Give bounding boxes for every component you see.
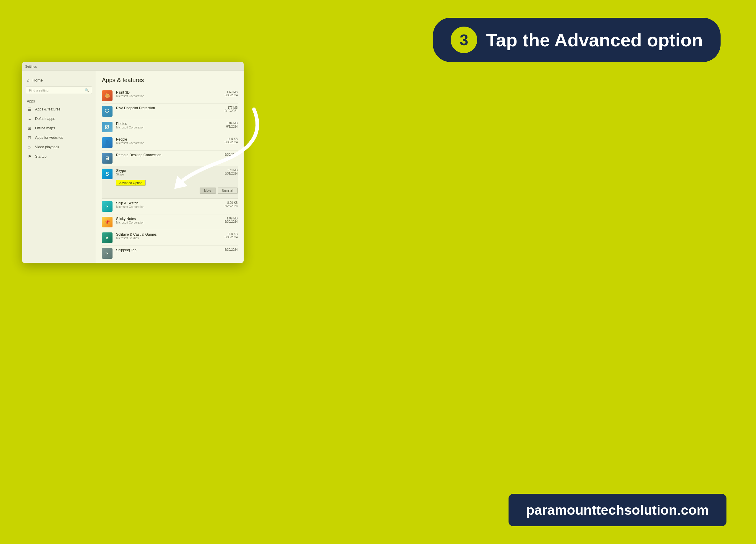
list-item: ✂ Snip & Sketch Microsoft Corporation 8.… [102,199,238,214]
snip-icon: ✂ [102,201,113,212]
sticky-icon: 📌 [102,217,113,227]
list-item: ♠ Solitaire & Casual Games Microsoft Stu… [102,230,238,246]
search-placeholder: Find a setting [29,89,48,92]
skype-icon: S [102,169,113,179]
list-item: 📌 Sticky Notes Microsoft Corporation 1.0… [102,214,238,230]
paint3d-icon: 🎨 [102,90,113,101]
sidebar-item-apps-for-websites[interactable]: ⊡ Apps for websites [22,133,96,142]
apps-features-icon: ☰ [27,107,32,112]
apps-for-websites-icon: ⊡ [27,135,32,140]
step-title: Tap the Advanced option [486,30,703,51]
list-item: ✂ Snipping Tool 5/30/2024 [102,246,238,261]
apps-for-websites-label: Apps for websites [35,136,63,140]
step-number: 3 [451,27,477,53]
offline-maps-label: Offline maps [35,126,55,130]
video-playback-icon: ▷ [27,145,32,149]
rdp-icon: 🖥 [102,153,113,164]
main-title: Apps & features [102,77,238,84]
sidebar-item-startup[interactable]: ⚑ Startup [22,152,96,161]
paint3d-info: Paint 3D Microsoft Corporation [116,90,217,98]
snip-info: Snip & Sketch Microsoft Corporation [116,201,217,209]
advance-option-button[interactable]: Advance Option [116,180,146,186]
offline-maps-icon: ⊞ [27,126,32,131]
sidebar-item-offline-maps[interactable]: ⊞ Offline maps [22,123,96,133]
search-icon: 🔍 [85,88,89,92]
startup-label: Startup [35,154,47,159]
home-icon: ⌂ [27,78,30,83]
snipping-info: Snipping Tool [116,248,217,252]
sidebar-item-apps-features[interactable]: ☰ Apps & features [22,105,96,114]
search-box[interactable]: Find a setting 🔍 [26,87,92,94]
step-banner: 3 Tap the Advanced option [433,18,721,62]
people-icon: 👤 [102,137,113,148]
default-apps-label: Default apps [35,117,55,121]
default-apps-icon: ≡ [27,116,32,121]
sticky-info: Sticky Notes Microsoft Corporation [116,217,217,224]
website-badge: paramounttechsolution.com [509,494,726,526]
solitaire-info: Solitaire & Casual Games Microsoft Studi… [116,232,217,240]
website-url: paramounttechsolution.com [526,502,709,518]
startup-icon: ⚑ [27,154,32,159]
settings-titlebar: Settings [22,62,244,71]
settings-sidebar: ⌂ Home Find a setting 🔍 Apps ☰ Apps & fe… [22,71,96,263]
sidebar-item-default-apps[interactable]: ≡ Default apps [22,114,96,123]
apps-features-label: Apps & features [35,107,60,111]
sidebar-item-video-playback[interactable]: ▷ Video playback [22,142,96,152]
arrow-graphic [159,97,278,192]
video-playback-label: Video playback [35,145,59,149]
snipping-icon: ✂ [102,248,113,259]
photos-icon: 🖼 [102,122,113,132]
home-label: Home [32,78,43,82]
solitaire-icon: ♠ [102,232,113,243]
apps-section-label: Apps [22,97,96,105]
rav-icon: 🛡 [102,106,113,117]
sidebar-home[interactable]: ⌂ Home [22,75,96,85]
